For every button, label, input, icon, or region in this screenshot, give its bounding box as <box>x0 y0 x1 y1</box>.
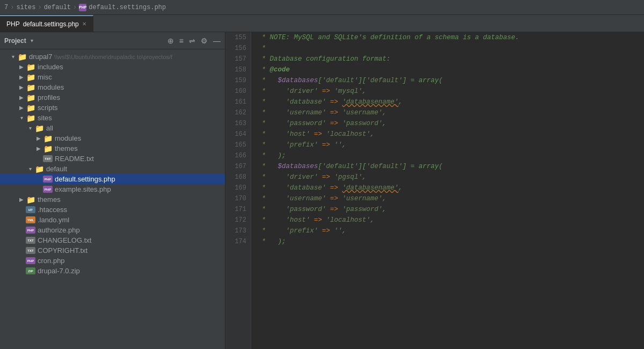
tree-item-example-sites[interactable]: ▶ PHP example.sites.php <box>0 184 225 194</box>
code-line-156: * <box>258 43 638 54</box>
php-icon-title: PHP <box>79 4 86 11</box>
title-bar: 7 › sites › default › PHP default.settin… <box>0 0 644 15</box>
root-path: \\wsl$\Ubuntu\home\drupaladic to\proyect… <box>54 54 172 60</box>
all-modules-folder-icon: 📁 <box>43 135 53 142</box>
tree-item-copyright[interactable]: ▶ TXT COPYRIGHT.txt <box>0 245 225 256</box>
tree-item-lando[interactable]: ▶ YML .lando.yml <box>0 215 225 225</box>
authorize-php-icon: PHP <box>26 227 35 234</box>
cron-php-icon: PHP <box>26 257 35 264</box>
tree-root[interactable]: ▾ 📁 drupal7 \\wsl$\Ubuntu\home\drupaladi… <box>0 52 225 62</box>
code-line-173: * 'prefix' => '', <box>258 226 638 236</box>
default-settings-label: default.settings.php <box>55 175 225 183</box>
code-line-165: * 'prefix' => '', <box>258 140 638 150</box>
code-line-161: * 'database' => 'databasename', <box>258 97 638 107</box>
all-themes-label: themes <box>55 144 225 152</box>
drupal-zip-label: drupal-7.0.zip <box>38 267 225 275</box>
tree-item-authorize[interactable]: ▶ PHP authorize.php <box>0 225 225 235</box>
example-sites-label: example.sites.php <box>55 185 225 193</box>
tree-item-modules[interactable]: ▶ 📁 modules <box>0 82 225 92</box>
code-content[interactable]: * NOTE: MySQL and SQLite's definition of… <box>251 32 644 349</box>
modules-label: modules <box>38 83 225 91</box>
tree-item-htaccess[interactable]: ▶ HT .htaccess <box>0 205 225 215</box>
profiles-arrow: ▶ <box>17 94 26 100</box>
tree-item-drupal-zip[interactable]: ▶ ZIP drupal-7.0.zip <box>0 266 225 276</box>
misc-label: misc <box>38 73 225 81</box>
modules-folder-icon: 📁 <box>26 84 35 91</box>
title-filename: default.settings.php <box>89 4 166 11</box>
all-modules-arrow: ▶ <box>34 135 43 141</box>
code-line-157: * Database configuration format: <box>258 54 638 64</box>
sidebar-action-settings[interactable]: ⚙ <box>201 37 208 45</box>
tree-item-all-themes[interactable]: ▶ 📁 themes <box>0 143 225 154</box>
changelog-txt-icon: TXT <box>26 237 35 244</box>
example-sites-php-icon: PHP <box>43 186 53 193</box>
code-area[interactable]: 155 156 157 158 159 160 161 162 163 164 … <box>225 32 644 349</box>
title-part-number: 7 <box>4 4 8 11</box>
code-line-169: * 'database' => 'databasename', <box>258 183 638 193</box>
tree-item-default[interactable]: ▾ 📁 default <box>0 164 225 174</box>
tree-item-scripts[interactable]: ▶ 📁 scripts <box>0 103 225 113</box>
drupal-zip-icon: ZIP <box>26 267 35 274</box>
profiles-folder-icon: 📁 <box>26 94 35 101</box>
sidebar-header: Project ▾ ⊕ ≡ ⇌ ⚙ — <box>0 32 225 49</box>
code-line-174: * ); <box>258 236 638 247</box>
themes-label: themes <box>38 195 225 203</box>
default-settings-php-icon: PHP <box>43 176 53 183</box>
tree-item-changelog[interactable]: ▶ TXT CHANGELOG.txt <box>0 235 225 245</box>
tree-item-includes[interactable]: ▶ 📁 includes <box>0 62 225 72</box>
all-folder-icon: 📁 <box>34 125 44 132</box>
includes-arrow: ▶ <box>17 64 26 70</box>
code-line-164: * 'host' => 'localhost', <box>258 129 638 140</box>
scripts-label: scripts <box>38 104 225 112</box>
sidebar-dropdown-arrow[interactable]: ▾ <box>31 38 33 43</box>
sidebar-action-swap[interactable]: ⇌ <box>189 37 195 45</box>
default-arrow: ▾ <box>26 166 34 172</box>
code-line-159: * $databases['default']['default'] = arr… <box>258 75 638 86</box>
tree-item-misc[interactable]: ▶ 📁 misc <box>0 72 225 82</box>
tree-item-default-settings[interactable]: ▶ PHP default.settings.php <box>0 174 225 184</box>
title-part-sites: sites <box>16 4 35 11</box>
sidebar-title: Project <box>4 37 26 45</box>
profiles-label: profiles <box>38 93 225 101</box>
tree-item-readme[interactable]: ▶ TXT README.txt <box>0 154 225 164</box>
tab-close-button[interactable]: ✕ <box>82 21 86 27</box>
tree-item-all[interactable]: ▾ 📁 all <box>0 123 225 133</box>
tree-item-profiles[interactable]: ▶ 📁 profiles <box>0 92 225 103</box>
sidebar: Project ▾ ⊕ ≡ ⇌ ⚙ — ▾ 📁 drupal7 \\wsl$\U… <box>0 32 225 349</box>
tree-item-all-modules[interactable]: ▶ 📁 modules <box>0 133 225 143</box>
readme-txt-icon: TXT <box>43 155 53 162</box>
lando-yml-icon: YML <box>26 216 35 223</box>
code-line-167: * $databases['default']['default'] = arr… <box>258 161 638 172</box>
code-line-171: * 'password' => 'password', <box>258 204 638 215</box>
htaccess-icon: HT <box>26 206 35 213</box>
sites-folder-icon: 📁 <box>26 114 35 122</box>
lando-label: .lando.yml <box>38 216 225 224</box>
modules-arrow: ▶ <box>17 84 26 90</box>
sidebar-action-collapse[interactable]: — <box>213 37 221 45</box>
tab-default-settings[interactable]: PHP default.settings.php ✕ <box>0 15 93 32</box>
default-label: default <box>46 165 225 173</box>
sidebar-action-add[interactable]: ⊕ <box>167 37 174 45</box>
root-folder-icon: 📁 <box>17 53 27 61</box>
tab-bar: PHP default.settings.php ✕ <box>0 15 644 32</box>
all-arrow: ▾ <box>26 125 34 131</box>
tree-item-themes[interactable]: ▶ 📁 themes <box>0 194 225 205</box>
default-folder-icon: 📁 <box>34 165 44 173</box>
code-line-163: * 'password' => 'password', <box>258 118 638 129</box>
code-line-160: * 'driver' => 'mysql', <box>258 86 638 97</box>
code-line-168: * 'driver' => 'pgsql', <box>258 172 638 183</box>
tree-item-sites[interactable]: ▾ 📁 sites <box>0 113 225 123</box>
all-themes-arrow: ▶ <box>34 146 43 151</box>
readme-label: README.txt <box>55 155 225 163</box>
code-line-162: * 'username' => 'username', <box>258 107 638 118</box>
sidebar-action-list[interactable]: ≡ <box>179 37 184 45</box>
cron-label: cron.php <box>38 257 225 265</box>
copyright-txt-icon: TXT <box>26 247 35 254</box>
tree-item-cron[interactable]: ▶ PHP cron.php <box>0 256 225 266</box>
code-line-172: * 'host' => 'localhost', <box>258 215 638 226</box>
root-label: drupal7 \\wsl$\Ubuntu\home\drupaladic to… <box>29 53 225 61</box>
misc-folder-icon: 📁 <box>26 74 35 81</box>
themes-arrow: ▶ <box>17 197 26 202</box>
code-line-166: * ); <box>258 150 638 161</box>
code-line-170: * 'username' => 'username', <box>258 193 638 204</box>
